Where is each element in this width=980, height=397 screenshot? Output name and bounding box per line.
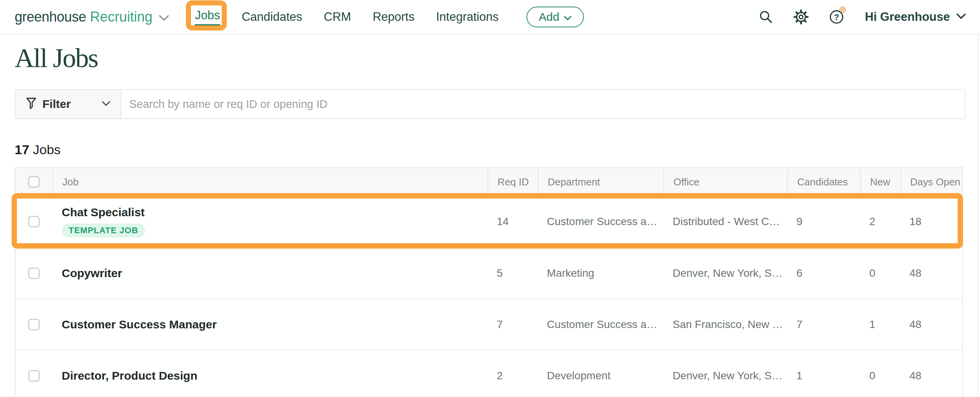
candidates-cell: 1 bbox=[787, 350, 860, 397]
logo-recruiting: Recruiting bbox=[90, 9, 152, 25]
req-id-cell: 5 bbox=[487, 248, 538, 298]
filter-bar: Filter bbox=[15, 89, 965, 119]
office-cell: San Francisco, New … bbox=[663, 299, 787, 350]
days-open-cell: 48 bbox=[900, 299, 962, 350]
add-button-label: Add bbox=[539, 10, 559, 24]
jobs-count-number: 17 bbox=[15, 142, 29, 157]
table-row[interactable]: Chat Specialist TEMPLATE JOB 14 Customer… bbox=[15, 196, 962, 247]
req-id-cell: 14 bbox=[487, 196, 538, 247]
new-cell: 1 bbox=[860, 299, 900, 350]
office-cell: Distributed - West C… bbox=[663, 196, 787, 247]
row-checkbox-cell bbox=[15, 196, 52, 247]
office-cell: Denver, New York, S… bbox=[663, 350, 787, 397]
department-cell: Customer Success a… bbox=[538, 196, 663, 247]
column-header-job[interactable]: Job bbox=[52, 168, 487, 196]
job-title-link[interactable]: Chat Specialist bbox=[62, 206, 145, 219]
row-checkbox-cell bbox=[15, 248, 52, 298]
gear-icon[interactable] bbox=[793, 9, 809, 25]
nav-item-crm[interactable]: CRM bbox=[324, 10, 351, 24]
viewport-edge-divider bbox=[978, 35, 978, 397]
template-job-badge: TEMPLATE JOB bbox=[62, 224, 145, 237]
logo-menu[interactable]: greenhouse Recruiting bbox=[15, 9, 169, 25]
user-name: Hi Greenhouse bbox=[865, 10, 950, 24]
add-button[interactable]: Add bbox=[526, 7, 584, 27]
department-cell: Customer Success a… bbox=[538, 299, 663, 350]
office-cell: Denver, New York, S… bbox=[663, 248, 787, 298]
job-cell: Chat Specialist TEMPLATE JOB bbox=[52, 196, 487, 247]
jobs-count: 17 Jobs bbox=[15, 142, 965, 157]
job-cell: Copywriter bbox=[52, 248, 487, 298]
job-cell: Director, Product Design bbox=[52, 350, 487, 397]
chevron-down-icon bbox=[564, 10, 572, 24]
department-cell: Marketing bbox=[538, 248, 663, 298]
column-header-department[interactable]: Department bbox=[538, 168, 663, 196]
row-checkbox-cell bbox=[15, 350, 52, 397]
page-title: All Jobs bbox=[15, 43, 965, 73]
nav-item-jobs[interactable]: Jobs bbox=[195, 8, 220, 26]
filter-button[interactable]: Filter bbox=[15, 90, 121, 118]
logo-greenhouse: greenhouse bbox=[15, 9, 86, 25]
table-header: Job Req ID Department Office Candidates … bbox=[15, 168, 962, 196]
row-checkbox-cell bbox=[15, 299, 52, 350]
new-cell: 0 bbox=[860, 350, 900, 397]
row-checkbox[interactable] bbox=[28, 267, 40, 279]
chevron-down-icon bbox=[159, 15, 169, 23]
table-row[interactable]: Director, Product Design 2 Development D… bbox=[15, 350, 962, 397]
top-nav: greenhouse Recruiting Jobs Candidates CR… bbox=[0, 0, 980, 35]
nav-item-candidates[interactable]: Candidates bbox=[242, 10, 302, 24]
candidates-cell: 9 bbox=[787, 196, 860, 247]
candidates-cell: 6 bbox=[787, 248, 860, 298]
svg-text:?: ? bbox=[834, 12, 839, 22]
jobs-table: Job Req ID Department Office Candidates … bbox=[15, 167, 963, 397]
jobs-count-label: Jobs bbox=[33, 142, 61, 157]
filter-label: Filter bbox=[42, 98, 71, 111]
column-header-req-id[interactable]: Req ID bbox=[487, 168, 538, 196]
search-icon[interactable] bbox=[759, 10, 773, 24]
job-title-link[interactable]: Director, Product Design bbox=[62, 369, 197, 382]
column-header-office[interactable]: Office bbox=[663, 168, 787, 196]
select-all-checkbox[interactable] bbox=[28, 176, 40, 188]
row-checkbox[interactable] bbox=[28, 216, 40, 227]
days-open-cell: 48 bbox=[900, 248, 962, 298]
req-id-cell: 7 bbox=[487, 299, 538, 350]
table-row[interactable]: Copywriter 5 Marketing Denver, New York,… bbox=[15, 247, 962, 298]
column-header-days-open[interactable]: Days Open bbox=[900, 168, 962, 196]
greenhouse-jobs-page: greenhouse Recruiting Jobs Candidates CR… bbox=[0, 0, 980, 397]
column-header-new[interactable]: New bbox=[860, 168, 900, 196]
new-cell: 2 bbox=[860, 196, 900, 247]
column-header-candidates[interactable]: Candidates bbox=[787, 168, 860, 196]
primary-nav: Jobs Candidates CRM Reports Integrations bbox=[195, 8, 498, 26]
new-cell: 0 bbox=[860, 248, 900, 298]
days-open-cell: 48 bbox=[900, 350, 962, 397]
row-checkbox[interactable] bbox=[28, 319, 40, 330]
funnel-icon bbox=[25, 97, 37, 111]
days-open-cell: 18 bbox=[900, 196, 962, 247]
chevron-down-icon bbox=[956, 13, 966, 21]
req-id-cell: 2 bbox=[487, 350, 538, 397]
row-checkbox[interactable] bbox=[28, 370, 40, 382]
header-checkbox-cell bbox=[15, 168, 52, 196]
job-cell: Customer Success Manager bbox=[52, 299, 487, 350]
user-menu[interactable]: Hi Greenhouse bbox=[865, 10, 967, 24]
nav-item-integrations[interactable]: Integrations bbox=[436, 10, 499, 24]
help-icon[interactable]: ? bbox=[829, 9, 844, 25]
chevron-down-icon bbox=[101, 101, 111, 108]
department-cell: Development bbox=[538, 350, 663, 397]
nav-utilities: ? Hi Greenhouse bbox=[759, 9, 967, 25]
table-row[interactable]: Customer Success Manager 7 Customer Succ… bbox=[15, 298, 962, 350]
main-content: All Jobs Filter 17 Jobs bbox=[0, 43, 980, 397]
search-input[interactable] bbox=[121, 90, 965, 118]
job-title-link[interactable]: Copywriter bbox=[62, 267, 122, 280]
job-title-link[interactable]: Customer Success Manager bbox=[62, 318, 217, 331]
candidates-cell: 7 bbox=[787, 299, 860, 350]
nav-item-reports[interactable]: Reports bbox=[373, 10, 415, 24]
